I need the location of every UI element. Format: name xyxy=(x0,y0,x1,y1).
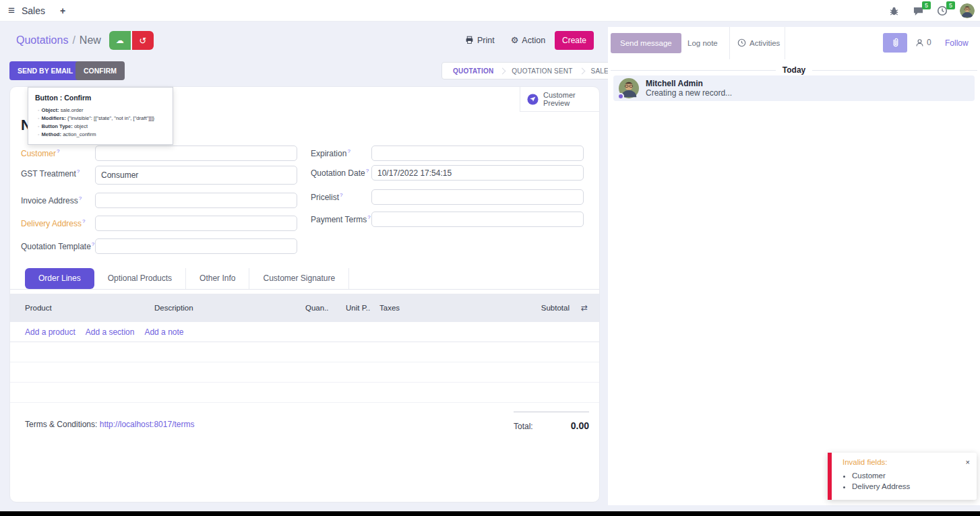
bottom-bar xyxy=(0,511,980,516)
activities-label: Activities xyxy=(749,39,780,47)
toast-title: Invalid fields: xyxy=(843,458,969,466)
tooltip-key: Button Type: xyxy=(41,123,72,129)
send-message-button[interactable]: Send message xyxy=(611,33,681,53)
help-icon[interactable]: ? xyxy=(367,214,370,220)
apps-menu-icon[interactable]: ≡ xyxy=(8,4,15,18)
column-subtotal[interactable]: Subtotal xyxy=(481,304,570,312)
activities-count-badge: 5 xyxy=(946,1,955,9)
discard-record-button[interactable]: ↺ xyxy=(132,31,154,50)
tooltip-row: ◦Method: action_confirm xyxy=(38,131,166,137)
customer-preview-button[interactable]: Customer Preview xyxy=(520,87,599,112)
tab-optional-products[interactable]: Optional Products xyxy=(94,268,186,289)
breadcrumb-quotations-link[interactable]: Quotations xyxy=(16,34,68,46)
help-icon[interactable]: ? xyxy=(92,241,94,247)
user-avatar[interactable] xyxy=(960,3,975,18)
add-a-note-link[interactable]: Add a note xyxy=(144,327,183,337)
order-lines-add-row: Add a product Add a section Add a note xyxy=(10,322,599,342)
column-quantity[interactable]: Quan.. xyxy=(305,304,346,312)
terms-link[interactable]: http://localhost:8017/terms xyxy=(100,420,195,429)
tab-customer-signature[interactable]: Customer Signature xyxy=(249,268,349,289)
debug-bug-icon[interactable] xyxy=(887,4,900,18)
invoice-address-field-label: Invoice Address? xyxy=(21,193,95,205)
stage-quotation[interactable]: QUOTATION xyxy=(445,67,501,75)
confirm-button[interactable]: CONFIRM xyxy=(75,61,125,80)
notebook-tabs: Order Lines Optional Products Other Info… xyxy=(10,267,599,290)
tooltip-title: Button : Confirm xyxy=(35,94,166,102)
messages-count-badge: 5 xyxy=(922,1,931,9)
action-menu[interactable]: ⚙ Action xyxy=(511,35,545,45)
field-row-invoice-address: Invoice Address? xyxy=(21,193,297,208)
help-icon[interactable]: ? xyxy=(77,168,80,174)
follow-button[interactable]: Follow xyxy=(945,38,969,48)
bullet-icon: ◦ xyxy=(38,108,39,112)
divider-line xyxy=(611,70,776,71)
payment-terms-input[interactable] xyxy=(371,212,584,227)
print-label: Print xyxy=(477,36,495,45)
column-taxes[interactable]: Taxes xyxy=(379,304,481,312)
help-icon[interactable]: ? xyxy=(57,148,59,154)
control-panel-actions: Print ⚙ Action xyxy=(465,35,545,45)
pricelist-field-label: Pricelist? xyxy=(311,189,371,202)
delivery-address-input[interactable] xyxy=(95,216,297,231)
message-text: Creating a new record... xyxy=(646,88,732,98)
column-unit-price[interactable]: Unit P.. xyxy=(346,304,379,312)
gst-treatment-input[interactable] xyxy=(95,166,297,185)
add-a-product-link[interactable]: Add a product xyxy=(25,327,75,337)
help-icon[interactable]: ? xyxy=(347,148,350,154)
close-icon[interactable]: × xyxy=(966,458,970,466)
total-value: 0.00 xyxy=(571,420,589,431)
tooltip-value: {"invisible": [["state", "not in", ["dra… xyxy=(67,115,154,121)
customer-field-label: Customer? xyxy=(21,146,95,158)
help-icon[interactable]: ? xyxy=(366,168,369,174)
help-icon[interactable]: ? xyxy=(340,192,342,198)
stage-quotation-sent[interactable]: QUOTATION SENT xyxy=(503,67,580,75)
message-author-avatar xyxy=(619,78,639,98)
divider xyxy=(729,27,730,59)
column-description[interactable]: Description xyxy=(154,304,305,312)
quotation-form-sheet: Customer Preview New Button : Confirm ◦O… xyxy=(9,86,600,503)
field-row-gst-treatment: GST Treatment? xyxy=(21,166,297,185)
bullet-icon: ◦ xyxy=(38,124,39,129)
followers-button[interactable]: 0 xyxy=(915,38,931,47)
pricelist-input[interactable] xyxy=(371,189,584,205)
expiration-input[interactable] xyxy=(371,146,584,161)
quotation-date-input[interactable] xyxy=(371,165,584,181)
invoice-address-input[interactable] xyxy=(95,193,297,208)
chatter-message[interactable]: Mitchell Admin Creating a new record... xyxy=(613,75,975,101)
invalid-field-item: Delivery Address xyxy=(852,481,969,492)
save-record-button[interactable]: ☁ xyxy=(109,31,131,50)
invalid-field-item: Customer xyxy=(852,470,969,481)
tooltip-value: action_confirm xyxy=(63,131,96,137)
add-a-section-link[interactable]: Add a section xyxy=(86,327,135,337)
date-divider-label: Today xyxy=(783,65,805,75)
tooltip-value: object xyxy=(74,123,88,129)
breadcrumb-separator: / xyxy=(72,34,75,46)
current-app-name[interactable]: Sales xyxy=(22,5,45,16)
send-by-email-button[interactable]: SEND BY EMAIL xyxy=(9,61,81,80)
clock-icon xyxy=(737,38,746,47)
help-icon[interactable]: ? xyxy=(79,195,82,201)
schedule-activity-button[interactable]: Activities xyxy=(737,38,780,47)
globe-icon xyxy=(527,94,539,105)
attach-files-button[interactable] xyxy=(883,33,907,53)
expiration-field-label: Expiration? xyxy=(311,146,371,158)
customer-input[interactable] xyxy=(95,146,297,161)
log-note-button[interactable]: Log note xyxy=(687,39,718,47)
optional-columns-icon[interactable]: ⇄ xyxy=(570,303,599,313)
breadcrumb-current: New xyxy=(80,34,101,46)
breadcrumb: Quotations / New ☁ ↺ xyxy=(16,31,154,50)
help-icon[interactable]: ? xyxy=(82,218,85,224)
messages-icon[interactable]: 5 xyxy=(911,4,925,18)
create-button[interactable]: Create xyxy=(555,31,594,50)
column-product[interactable]: Product xyxy=(10,304,154,312)
tab-other-info[interactable]: Other Info xyxy=(186,268,249,289)
quotation-template-input[interactable] xyxy=(95,238,297,254)
payment-terms-field-label: Payment Terms? xyxy=(311,212,371,224)
activities-clock-icon[interactable]: 5 xyxy=(936,4,949,18)
tab-order-lines[interactable]: Order Lines xyxy=(25,268,94,289)
quotation-date-field-label: Quotation Date? xyxy=(311,165,371,178)
print-menu[interactable]: Print xyxy=(465,36,495,45)
tooltip-value: sale.order xyxy=(61,107,84,113)
field-row-pricelist: Pricelist? xyxy=(311,189,584,205)
add-tab-button[interactable]: + xyxy=(60,5,65,16)
